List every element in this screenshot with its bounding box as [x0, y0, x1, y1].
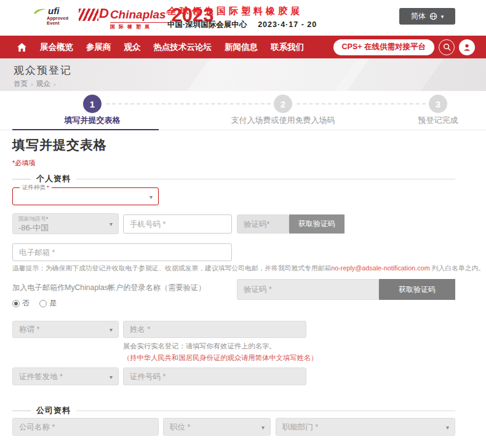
- radio-unselected-icon: [39, 300, 47, 307]
- step-label-1: 填写并提交表格: [12, 115, 172, 126]
- page-title: 观众预登记: [14, 63, 72, 77]
- email-input[interactable]: [12, 243, 232, 261]
- nav-item-tech-forum[interactable]: 热点技术云论坛: [154, 42, 212, 53]
- main-navbar: 展会概览 参展商 观众 热点技术云论坛 新闻信息 联系我们 CPS+ 在线供需对…: [0, 36, 486, 58]
- language-label: 简体: [411, 11, 426, 22]
- cps-platform-button[interactable]: CPS+ 在线供需对接平台: [333, 39, 434, 55]
- radio-option-no[interactable]: 否: [12, 298, 30, 308]
- breadcrumb-separator: ›: [54, 81, 56, 88]
- step-indicator: 1 2 3 填写并提交表格 支付入场费或使用免费入场码 预登记完成: [0, 91, 486, 130]
- breadcrumb-home[interactable]: 首页: [14, 79, 28, 88]
- nav-item-visitors[interactable]: 观众: [124, 42, 141, 53]
- step-circle-2: 2: [274, 95, 292, 113]
- chevron-down-icon: [261, 423, 265, 430]
- step-connector: [106, 103, 271, 104]
- event-slogan: 全球领先国际塑料橡胶展: [167, 6, 303, 17]
- form-title: 填写并提交表格: [12, 136, 107, 154]
- sms-captcha-input[interactable]: [237, 214, 289, 234]
- chevron-down-icon: [149, 193, 153, 200]
- chevron-down-icon: ▾: [441, 14, 444, 20]
- chevron-down-icon: [110, 373, 113, 380]
- step-connector: [297, 103, 426, 104]
- id-number-input[interactable]: [123, 367, 306, 385]
- id-issue-place-select[interactable]: 证件签发地 *: [12, 367, 119, 385]
- get-email-code-button[interactable]: 获取验证码: [379, 279, 455, 300]
- step-circle-3: 3: [429, 95, 447, 113]
- required-fields-note: *必填项: [12, 159, 35, 168]
- page-header-band: 观众预登记 首页 › 观众 ›: [0, 58, 486, 91]
- department-select[interactable]: 职能部门 *: [276, 418, 455, 436]
- language-button[interactable]: 简体 ▾: [399, 8, 455, 25]
- search-icon[interactable]: [439, 39, 455, 55]
- whitelist-email-link[interactable]: no-reply@adsale-notification.com: [331, 264, 429, 272]
- home-icon[interactable]: [17, 42, 27, 52]
- radio-option-yes[interactable]: 是: [39, 298, 57, 308]
- chinaplas-stripes-icon: [79, 9, 98, 21]
- chevron-down-icon: [446, 423, 449, 430]
- step-label-3: 预登记完成: [389, 115, 486, 126]
- job-position-select[interactable]: 职位 *: [163, 418, 271, 436]
- mobile-input[interactable]: [123, 214, 232, 234]
- chevron-down-icon: [110, 221, 113, 227]
- mychinaplas-radio-group: 否 是: [12, 298, 57, 308]
- radio-selected-icon: [12, 300, 20, 307]
- salutation-select[interactable]: 称谓 *: [12, 321, 119, 338]
- ufi-logo-text: ufi: [48, 6, 59, 16]
- registration-form: 填写并提交表格 *必填项 个人资料 证件种类* 国家/地区号* -86-中国 获…: [0, 130, 486, 448]
- chinaplas-d-mark: D: [99, 7, 109, 20]
- id-type-label: 证件种类*: [20, 184, 52, 192]
- id-type-select[interactable]: 证件种类*: [12, 187, 159, 205]
- company-info-section-header: 公司资料: [12, 405, 455, 416]
- breadcrumb-separator: ›: [31, 81, 33, 88]
- step-circle-1: 1: [83, 95, 102, 113]
- site-header: ufi Approved Event D Chinaplas® 国际橡塑展 20…: [0, 0, 486, 36]
- full-name-input[interactable]: [123, 321, 306, 338]
- personal-info-section-header: 个人资料: [12, 173, 455, 184]
- event-dates: 2023·4·17 - 20: [258, 20, 317, 29]
- chinaplas-brand-text: Chinaplas®: [110, 7, 170, 21]
- ufi-leaf-icon: [33, 7, 47, 15]
- nav-item-exhibitors[interactable]: 参展商: [86, 42, 111, 53]
- email-hint: 温馨提示：为确保阁下成功登记并收取电子参观证、收据或发票，建议填写公司电邮，并将…: [12, 264, 485, 273]
- real-name-note: 展会实行实名登记：请填写你有效证件上的名字。: [123, 342, 276, 351]
- event-venue-dates: 中国·深圳国际会展中心2023·4·17 - 20: [167, 20, 317, 30]
- id-card-note: （持中华人民共和国居民身份证的观众请用简体中文填写姓名）: [123, 353, 317, 363]
- user-icon[interactable]: [459, 39, 475, 55]
- ufi-event-label: Event: [47, 21, 68, 26]
- breadcrumb: 首页 › 观众 ›: [14, 79, 56, 88]
- email-captcha-input[interactable]: [237, 279, 379, 300]
- chevron-down-icon: [110, 326, 113, 333]
- nav-item-news[interactable]: 新闻信息: [225, 42, 258, 53]
- event-venue: 中国·深圳国际会展中心: [167, 20, 247, 29]
- country-code-value: -86-中国: [18, 222, 49, 234]
- globe-icon: [429, 12, 437, 20]
- nav-item-overview[interactable]: 展会概览: [40, 42, 73, 53]
- mychinaplas-question: 加入电子邮箱作MyChinaplas帐户的登录名称（需要验证）: [12, 283, 205, 293]
- chinaplas-subtitle: 国际橡塑展: [110, 22, 170, 30]
- nav-item-contact[interactable]: 联系我们: [271, 42, 304, 53]
- country-code-select[interactable]: 国家/地区号* -86-中国: [12, 213, 119, 234]
- company-name-input[interactable]: [12, 418, 159, 436]
- get-sms-code-button[interactable]: 获取验证码: [289, 214, 345, 234]
- step-label-2: 支付入场费或使用免费入场码: [203, 115, 363, 126]
- ufi-logo: ufi Approved Event: [33, 6, 68, 26]
- breadcrumb-visitors[interactable]: 观众: [36, 79, 50, 88]
